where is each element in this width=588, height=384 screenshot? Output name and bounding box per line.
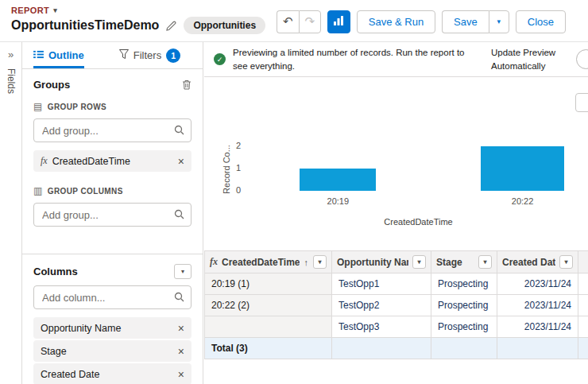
column-menu-button[interactable]: ▾ [313, 255, 327, 269]
save-dropdown-button[interactable]: ▾ [489, 10, 509, 33]
save-and-run-button[interactable]: Save & Run [357, 10, 435, 33]
close-button[interactable]: Close [516, 10, 566, 33]
trash-icon[interactable] [182, 80, 191, 90]
redo-button[interactable]: ↷ [299, 10, 321, 33]
column-chip-opportunity-name[interactable]: Opportunity Name × [33, 317, 191, 339]
chevron-down-icon: ▾ [564, 258, 567, 266]
columns-menu-button[interactable]: ▾ [174, 264, 191, 279]
group-cell[interactable]: 20:19 (1) [205, 273, 332, 295]
report-type-label: REPORT [11, 6, 49, 15]
auto-update-label: Update Preview Automatically [491, 46, 567, 72]
search-icon [174, 209, 184, 219]
cell-created-date[interactable]: 2023/11/24 [497, 316, 578, 338]
outline-list-icon [33, 49, 44, 61]
cell-stage[interactable]: Prospecting [431, 316, 497, 338]
add-group-rows-input[interactable] [33, 118, 191, 142]
cell-stage[interactable]: Prospecting [431, 273, 497, 295]
group-cell[interactable] [205, 316, 332, 338]
tab-filters[interactable]: Filters 1 [119, 42, 180, 68]
group-cell[interactable]: 20:22 (2) [205, 295, 332, 316]
table-row: 20:22 (2) TestOpp2 Prospecting 2023/11/2… [205, 295, 588, 316]
chevron-down-icon: ▾ [497, 17, 501, 25]
column-menu-button[interactable]: ▾ [559, 255, 573, 269]
groups-panel: Groups ▤ GROUP ROWS fx CreatedDateTime ×… [22, 69, 203, 227]
cell-opportunity-name[interactable]: TestOpp3 [332, 316, 431, 338]
cell-empty [497, 338, 578, 359]
add-group-columns-field [33, 203, 191, 227]
x-axis: 20:19 20:22 [249, 196, 588, 208]
cell-created-date[interactable]: 2023/11/24 [497, 273, 578, 295]
cell-created-date[interactable]: 2023/11/24 [497, 295, 578, 316]
filters-count-badge: 1 [166, 48, 180, 63]
groups-title: Groups [33, 79, 70, 91]
cell-stub [578, 338, 588, 359]
update-preview-toggle[interactable] [576, 49, 588, 69]
header-actions: ↶ ↷ Save & Run Save ▾ Close [277, 0, 588, 33]
add-group-rows-field [33, 118, 191, 142]
header-stage[interactable]: Stage ▾ [431, 251, 497, 273]
fields-rail[interactable]: » Fields [0, 42, 22, 384]
x-axis-title: CreatedDateTime [249, 217, 588, 227]
table-row: TestOpp3 Prospecting 2023/11/24 [205, 316, 588, 338]
header-created-date[interactable]: Created Date ▾ [497, 251, 578, 273]
sidebar-tabs: Outline Filters 1 [22, 42, 203, 69]
tab-outline[interactable]: Outline [33, 42, 84, 68]
edit-title-icon[interactable] [166, 21, 176, 31]
column-chip-created-date[interactable]: Created Date × [33, 363, 191, 384]
table-header-row: fx CreatedDateTime ↑ ▾ Opportunity Name … [205, 251, 588, 273]
page-title: OpportunitiesTimeDemo [11, 18, 159, 33]
remove-column-icon[interactable]: × [178, 323, 184, 334]
cell-empty [431, 338, 497, 359]
report-table-area: fx CreatedDateTime ↑ ▾ Opportunity Name … [204, 250, 588, 384]
preview-notice-text: Previewing a limited number of records. … [233, 46, 465, 72]
column-chip-stage[interactable]: Stage × [33, 340, 191, 362]
column-menu-button[interactable]: ▾ [412, 255, 426, 269]
cell-opportunity-name[interactable]: TestOpp1 [332, 273, 431, 295]
bar-20-22[interactable] [481, 146, 564, 191]
header-createddatetime[interactable]: fx CreatedDateTime ↑ ▾ [205, 251, 332, 273]
plot-area [249, 146, 588, 191]
y-tick: 1 [220, 163, 241, 173]
remove-column-icon[interactable]: × [178, 369, 184, 380]
expand-fields-icon[interactable]: » [8, 48, 14, 60]
cell-opportunity-name[interactable]: TestOpp2 [332, 295, 431, 316]
group-chip-createddatetime[interactable]: fx CreatedDateTime × [33, 150, 191, 172]
add-group-columns-input[interactable] [33, 203, 191, 227]
columns-panel: Columns ▾ Opportunity Name × Stage × Cre… [22, 254, 203, 384]
fields-rail-label: Fields [6, 68, 17, 94]
cell-stub [578, 295, 588, 316]
entity-badge: Opportunities [184, 17, 265, 34]
toggle-chart-button[interactable] [327, 10, 350, 33]
save-split-button: Save ▾ [442, 10, 509, 33]
total-row: Total (3) [205, 338, 588, 359]
remove-column-icon[interactable]: × [178, 346, 184, 357]
header-opportunity-name[interactable]: Opportunity Name ▾ [332, 251, 431, 273]
sidebar: Outline Filters 1 Groups ▤ GROUP ROWS [22, 42, 203, 384]
fx-icon: fx [41, 155, 48, 167]
y-tick: 2 [220, 141, 241, 150]
chevron-down-icon: ▾ [417, 258, 420, 266]
chart-options-button[interactable] [575, 93, 588, 112]
table-row: 20:19 (1) TestOpp1 Prospecting 2023/11/2… [205, 273, 588, 295]
undo-button[interactable]: ↶ [277, 10, 299, 33]
cell-stage[interactable]: Prospecting [431, 295, 497, 316]
report-type-selector[interactable]: REPORT ▾ [11, 6, 265, 15]
filter-funnel-icon [119, 49, 129, 61]
x-tick: 20:22 [512, 196, 534, 206]
save-button[interactable]: Save [442, 10, 489, 33]
redo-icon: ↷ [304, 14, 315, 29]
total-cell[interactable]: Total (3) [205, 338, 332, 359]
add-column-input[interactable] [33, 285, 191, 309]
sort-asc-icon: ↑ [304, 258, 308, 267]
y-tick: 0 [220, 185, 241, 195]
group-columns-icon: ▥ [33, 185, 43, 196]
remove-group-icon[interactable]: × [178, 156, 184, 167]
column-menu-button[interactable]: ▾ [478, 255, 492, 269]
preview-notice-bar: ✓ Previewing a limited number of records… [204, 42, 588, 77]
bar-20-19[interactable] [300, 169, 376, 191]
search-icon [174, 292, 184, 302]
chart-icon [333, 15, 344, 29]
add-column-field [33, 285, 191, 309]
group-rows-icon: ▤ [33, 101, 43, 112]
group-rows-heading: ▤ GROUP ROWS [33, 101, 191, 112]
